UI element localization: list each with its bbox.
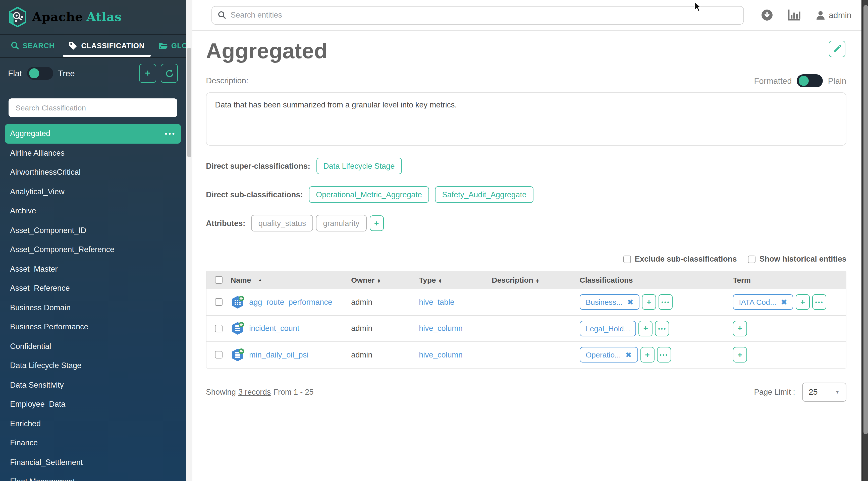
- entity-type-link[interactable]: hive_column: [419, 324, 463, 333]
- stats-icon[interactable]: [788, 9, 801, 21]
- owner-cell: admin: [351, 298, 419, 307]
- attributes-row: Attributes: quality_status granularity +: [206, 215, 846, 231]
- page-title: Aggregated: [206, 39, 846, 63]
- toggle-knob: [799, 76, 809, 86]
- entity-name-link[interactable]: agg_route_performance: [249, 298, 332, 307]
- row-checkbox[interactable]: [215, 351, 222, 359]
- classification-item[interactable]: Financial_Settlement: [5, 453, 181, 472]
- column-header-description[interactable]: Description▲▼: [492, 276, 580, 284]
- description-label: Description:: [206, 76, 248, 85]
- column-header-term: Term: [733, 276, 846, 284]
- classification-item[interactable]: Analytical_View: [5, 182, 181, 201]
- entity-name-link[interactable]: incident_count: [249, 324, 299, 333]
- exclude-subclassifications-checkbox[interactable]: [623, 255, 631, 263]
- page-limit-select[interactable]: 25 ▼: [802, 382, 846, 402]
- classification-more-button[interactable]: ●●●: [657, 347, 671, 363]
- owner-cell: admin: [351, 324, 419, 333]
- classification-item[interactable]: Airline Alliances: [5, 143, 181, 163]
- row-checkbox[interactable]: [215, 298, 222, 306]
- add-term-button[interactable]: +: [733, 347, 747, 363]
- remove-classification-icon[interactable]: ✖: [627, 298, 633, 307]
- entity-search-input[interactable]: [230, 10, 737, 20]
- entity-type-link[interactable]: hive_table: [419, 298, 454, 306]
- term-pill[interactable]: IATA Cod... ✖: [733, 294, 793, 310]
- entity-name-link[interactable]: min_daily_oil_psi: [249, 350, 308, 359]
- add-classification-tag-button[interactable]: +: [639, 321, 653, 336]
- classification-more-button[interactable]: ●●●: [655, 321, 669, 336]
- classification-item[interactable]: Data Lifecycle Stage: [5, 356, 181, 375]
- show-historical-checkbox[interactable]: [748, 255, 755, 263]
- page-limit-group: Page Limit : 25 ▼: [754, 382, 846, 402]
- classification-item[interactable]: Business Performance: [5, 317, 181, 336]
- refresh-button[interactable]: [161, 64, 178, 83]
- toggle-knob: [29, 68, 39, 78]
- sidebar-scrollbar-thumb[interactable]: [187, 48, 191, 157]
- entities-table: Name▲ Owner▲▼ Type▲▼ Description▲▼ Class…: [206, 270, 846, 368]
- super-classification-pill[interactable]: Data Lifecycle Stage: [316, 158, 402, 174]
- add-term-button[interactable]: +: [796, 294, 810, 310]
- sub-classification-pill[interactable]: Operational_Metric_Aggregate: [309, 186, 429, 203]
- row-checkbox[interactable]: [215, 325, 222, 332]
- classification-item[interactable]: Finance: [5, 433, 181, 453]
- classification-list: Aggregated ●●● Airline Alliances Airwort…: [0, 122, 186, 481]
- atlas-app: Apache Atlas SEARCH CLASSIFICATION: [0, 0, 868, 481]
- user-menu[interactable]: admin: [816, 10, 851, 20]
- remove-term-icon[interactable]: ✖: [781, 298, 787, 307]
- classification-item-selected[interactable]: Aggregated ●●●: [5, 124, 181, 143]
- classification-tag-pill[interactable]: Business... ✖: [580, 294, 640, 310]
- classification-item[interactable]: Asset_Component_ID: [5, 221, 181, 240]
- classification-tag-pill[interactable]: Legal_Hold...: [580, 321, 636, 336]
- add-classification-button[interactable]: +: [139, 64, 156, 83]
- tree-label: Tree: [58, 68, 75, 78]
- download-icon[interactable]: [761, 9, 773, 21]
- table-header: Name▲ Owner▲▼ Type▲▼ Description▲▼ Class…: [207, 271, 846, 289]
- classification-item[interactable]: Asset_Master: [5, 259, 181, 279]
- owner-cell: admin: [351, 350, 419, 359]
- add-classification-tag-button[interactable]: +: [640, 347, 654, 363]
- classification-item[interactable]: Asset_Reference: [5, 279, 181, 298]
- atlas-logo-icon: [9, 7, 26, 27]
- classification-search-input[interactable]: [8, 98, 177, 117]
- add-attribute-button[interactable]: +: [369, 215, 383, 231]
- classification-more-button[interactable]: ●●●: [658, 294, 673, 310]
- classification-tag-pill[interactable]: Operatio... ✖: [580, 347, 638, 363]
- window-scrollbar-thumb[interactable]: [864, 5, 868, 434]
- tab-classification[interactable]: CLASSIFICATION: [63, 35, 150, 57]
- classification-item[interactable]: Data Sensitivity: [5, 375, 181, 395]
- hive-column-icon: [230, 348, 245, 362]
- classification-item[interactable]: Fleet Management: [5, 472, 181, 481]
- classification-item[interactable]: Enriched: [5, 414, 181, 433]
- classification-item[interactable]: Employee_Data: [5, 395, 181, 414]
- table-filters-row: Exclude sub-classifications Show histori…: [206, 255, 846, 264]
- window-scrollbar[interactable]: [862, 0, 868, 481]
- edit-classification-button[interactable]: [829, 41, 845, 57]
- tab-search-label: SEARCH: [23, 42, 55, 50]
- item-options-icon[interactable]: ●●●: [164, 131, 176, 136]
- classification-item[interactable]: Asset_Component_Reference: [5, 240, 181, 259]
- sub-classification-pill[interactable]: Safety_Audit_Aggregate: [435, 186, 533, 203]
- remove-classification-icon[interactable]: ✖: [625, 350, 632, 359]
- add-term-button[interactable]: +: [733, 321, 747, 336]
- column-header-owner[interactable]: Owner▲▼: [351, 276, 419, 284]
- classification-item[interactable]: Archive: [5, 201, 181, 221]
- classification-item[interactable]: Business Domain: [5, 298, 181, 317]
- select-all-checkbox[interactable]: [215, 276, 222, 284]
- hive-table-icon: [230, 295, 245, 309]
- flat-label: Flat: [8, 68, 22, 78]
- column-header-name[interactable]: Name▲: [230, 276, 351, 284]
- term-more-button[interactable]: ●●●: [812, 294, 826, 310]
- classification-item[interactable]: Confidential: [5, 336, 181, 356]
- sort-icon: ▲▼: [536, 278, 539, 283]
- formatted-plain-toggle[interactable]: [797, 74, 823, 87]
- records-count-link[interactable]: 3 records: [238, 387, 271, 396]
- entity-type-link[interactable]: hive_column: [419, 350, 463, 359]
- sub-classifications-label: Direct sub-classifications:: [206, 190, 303, 199]
- records-summary: Showing 3 records From 1 - 25: [206, 387, 313, 396]
- classification-item[interactable]: AirworthinessCritical: [5, 163, 181, 182]
- flat-tree-toggle[interactable]: [27, 67, 53, 80]
- sidebar: Apache Atlas SEARCH CLASSIFICATION: [0, 0, 186, 481]
- sidebar-scrollbar[interactable]: [186, 0, 192, 481]
- column-header-type[interactable]: Type▲▼: [419, 276, 492, 284]
- tab-search[interactable]: SEARCH: [5, 35, 61, 57]
- add-classification-tag-button[interactable]: +: [642, 294, 656, 310]
